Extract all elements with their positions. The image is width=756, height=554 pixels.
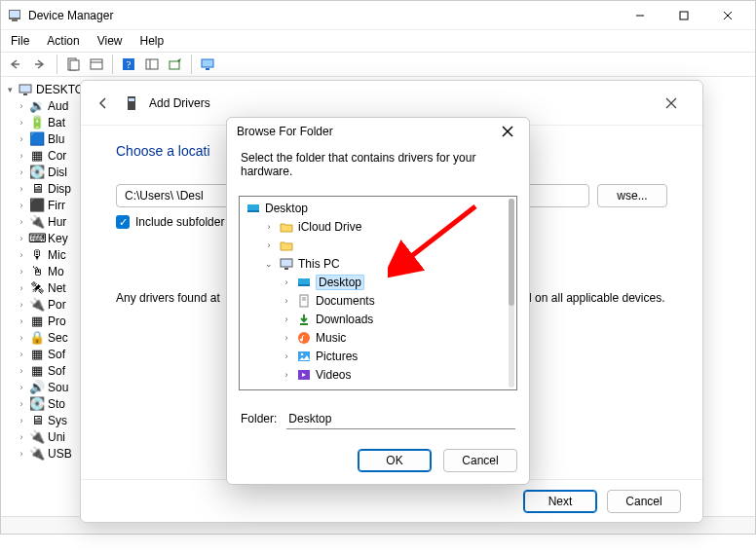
chevron-right-icon[interactable]: › [263,222,275,232]
device-tree-item[interactable]: ›🔌USB [5,445,85,462]
folder-tree-label[interactable]: Pictures [316,350,358,363]
help-icon[interactable]: ? [118,54,139,75]
chevron-right-icon[interactable]: › [17,184,26,194]
folder-tree-item[interactable]: ›Desktop [240,273,509,291]
device-tree-item[interactable]: ›🟦Blu [5,130,85,147]
chevron-right-icon[interactable]: › [17,134,26,144]
device-tree-item[interactable]: ›▦Sof [5,362,85,379]
close-button[interactable] [705,1,749,30]
chevron-right-icon[interactable]: › [17,316,26,326]
toolbar-icon-3[interactable] [141,54,163,75]
chevron-right-icon[interactable]: › [263,240,275,250]
wizard-close-button[interactable] [652,89,691,118]
menu-help[interactable]: Help [140,34,165,48]
device-tree-item[interactable]: ›🛰Net [5,279,85,296]
folder-tree-item[interactable]: ›Downloads [240,310,509,328]
device-tree-item[interactable]: ›🔒Sec [5,329,85,346]
device-tree-item[interactable]: ›💽Sto [5,395,85,412]
chevron-right-icon[interactable]: › [281,277,292,287]
browse-button[interactable]: wse... [597,184,667,207]
chevron-right-icon[interactable]: › [17,333,26,343]
folder-tree-label[interactable]: Music [316,331,346,345]
chevron-right-icon[interactable]: › [17,250,26,260]
tree-root-label[interactable]: DESKTO [36,83,84,96]
chevron-right-icon[interactable]: › [17,151,26,161]
maximize-button[interactable] [662,1,705,30]
device-tree-item[interactable]: ›🔉Aud [5,97,85,114]
folder-tree-item[interactable]: ›Videos [240,365,509,384]
chevron-right-icon[interactable]: › [17,167,26,177]
device-tree-item[interactable]: ›🖱Mo [5,263,85,279]
device-tree-item[interactable]: ›🔌Uni [5,428,85,445]
device-tree[interactable]: ▾ DESKTO ›🔉Aud›🔋Bat›🟦Blu›▦Cor›💽Disl›🖥Dis… [5,81,85,530]
chevron-right-icon[interactable]: › [281,296,292,306]
device-tree-item[interactable]: ›🖥Sys [5,412,85,428]
chevron-right-icon[interactable]: › [281,351,292,361]
chevron-right-icon[interactable]: › [281,333,292,343]
folder-tree-label[interactable]: Documents [316,294,375,308]
folder-tree-item[interactable]: ›Documents [240,291,509,310]
folder-tree-label[interactable]: Downloads [316,313,373,326]
nav-back-icon[interactable] [7,54,28,75]
device-tree-item[interactable]: ›▦Sof [5,346,85,362]
next-button[interactable]: Next [523,490,597,513]
chevron-down-icon[interactable]: ⌄ [263,259,275,269]
device-tree-item[interactable]: ›⌨Key [5,230,85,246]
chevron-right-icon[interactable]: › [17,283,26,293]
chevron-right-icon[interactable]: › [17,118,26,128]
folder-name-input[interactable] [286,408,515,429]
chevron-down-icon[interactable]: ▾ [5,85,15,94]
chevron-right-icon[interactable]: › [17,300,26,310]
folder-tree-item[interactable]: ›Music [240,328,509,347]
browse-cancel-button[interactable]: Cancel [443,449,517,472]
folder-desktop-root[interactable]: Desktop [265,202,308,215]
cancel-button[interactable]: Cancel [607,490,681,513]
folder-tree-item[interactable]: ›Pictures [240,347,509,365]
chevron-right-icon[interactable]: › [17,432,26,442]
chevron-right-icon[interactable]: › [17,366,26,376]
chevron-right-icon[interactable]: › [17,383,26,392]
chevron-right-icon[interactable]: › [17,234,26,243]
chevron-right-icon[interactable]: › [281,314,292,324]
folder-tree-label[interactable]: Desktop [316,275,364,290]
menu-action[interactable]: Action [47,34,79,48]
folder-tree-label[interactable]: iCloud Drive [298,220,361,234]
menu-view[interactable]: View [97,34,123,48]
toolbar-icon-2[interactable] [86,54,107,75]
scan-hardware-icon[interactable] [165,54,186,75]
folder-tree-item[interactable]: ⌄This PC [240,254,509,273]
menu-file[interactable]: File [11,34,29,48]
chevron-right-icon[interactable]: › [17,201,26,210]
folder-tree[interactable]: Desktop ›iCloud Drive›⌄This PC›Desktop›D… [239,196,517,390]
device-tree-item[interactable]: ›⬛Firr [5,197,85,213]
folder-tree-item[interactable]: › [240,236,509,254]
minimize-button[interactable] [618,1,662,30]
chevron-right-icon[interactable]: › [17,416,26,425]
chevron-right-icon[interactable]: › [17,399,26,409]
include-subfolders-checkbox[interactable]: ✓ [116,215,130,229]
device-tree-item[interactable]: ›🎙Mic [5,246,85,263]
ok-button[interactable]: OK [358,449,432,472]
chevron-right-icon[interactable]: › [17,350,26,359]
device-tree-item[interactable]: ›💽Disl [5,164,85,180]
folder-tree-label[interactable]: Videos [316,368,351,382]
device-tree-item[interactable]: ›🔋Bat [5,114,85,130]
browse-close-button[interactable] [496,120,519,143]
device-tree-item[interactable]: ›🔊Sou [5,379,85,395]
device-tree-item[interactable]: ›🖥Disp [5,180,85,197]
chevron-right-icon[interactable]: › [17,449,26,459]
device-tree-item[interactable]: ›▦Cor [5,147,85,164]
chevron-right-icon[interactable]: › [17,101,26,111]
device-tree-item[interactable]: ›🔌Hur [5,213,85,230]
chevron-right-icon[interactable]: › [17,267,26,277]
toolbar-icon-1[interactable] [62,54,84,75]
folder-tree-label[interactable]: This PC [298,257,340,271]
nav-forward-icon[interactable] [30,54,52,75]
monitor-icon[interactable] [197,54,218,75]
wizard-back-button[interactable] [93,92,114,114]
chevron-right-icon[interactable]: › [281,370,292,380]
scrollbar-thumb[interactable] [509,199,514,306]
device-tree-item[interactable]: ›🔌Por [5,296,85,313]
chevron-right-icon[interactable]: › [17,217,26,227]
folder-tree-item[interactable]: ›iCloud Drive [240,217,509,236]
